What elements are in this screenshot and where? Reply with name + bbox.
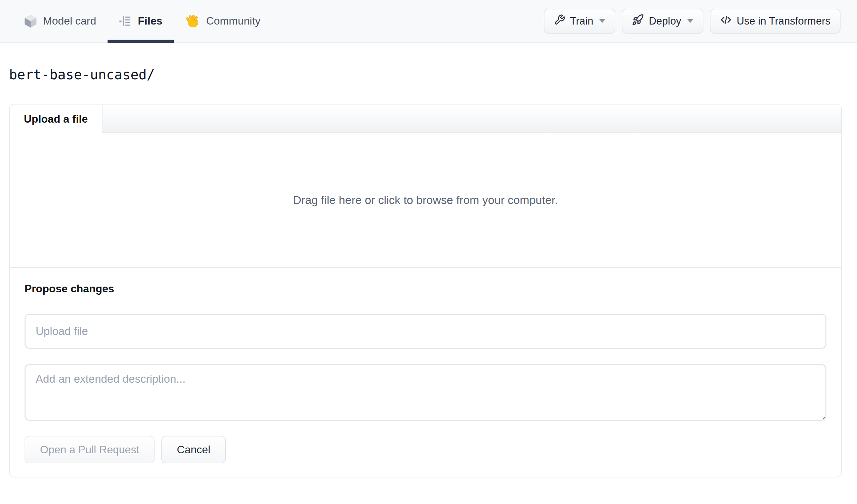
wrench-icon xyxy=(554,14,565,28)
use-in-transformers-button[interactable]: Use in Transformers xyxy=(710,9,841,34)
tab-label: Community xyxy=(206,15,261,27)
repo-action-buttons: Train Deploy xyxy=(544,0,841,42)
propose-changes-heading: Propose changes xyxy=(24,283,826,295)
chevron-down-icon xyxy=(687,19,693,23)
tab-label: Files xyxy=(138,15,162,27)
model-cube-icon xyxy=(24,14,37,28)
file-dropzone[interactable]: Drag file here or click to browse from y… xyxy=(10,133,841,268)
panel-tab-strip: Upload a file xyxy=(10,104,841,133)
repo-tabs: Model card Files xyxy=(13,0,272,42)
code-icon xyxy=(720,14,732,29)
tab-community[interactable]: Community xyxy=(174,0,272,42)
filename-input[interactable] xyxy=(24,314,826,349)
tab-files[interactable]: Files xyxy=(107,0,174,42)
chevron-down-icon xyxy=(599,19,605,23)
dropzone-text: Drag file here or click to browse from y… xyxy=(293,194,558,207)
cancel-button[interactable]: Cancel xyxy=(161,436,226,463)
rocket-icon xyxy=(632,14,644,29)
top-navbar: Model card Files xyxy=(0,0,857,43)
tab-model-card[interactable]: Model card xyxy=(13,0,107,42)
tab-label: Model card xyxy=(43,15,96,27)
open-pull-request-button[interactable]: Open a Pull Request xyxy=(24,436,155,463)
propose-changes-section: Propose changes Open a Pull Request Canc… xyxy=(10,268,841,477)
description-textarea[interactable] xyxy=(24,364,826,421)
train-button[interactable]: Train xyxy=(544,9,615,34)
waving-hand-icon xyxy=(185,14,200,29)
repo-path: bert-base-uncased/ xyxy=(9,67,857,82)
upload-panel: Upload a file Drag file here or click to… xyxy=(9,104,842,477)
files-list-icon xyxy=(119,15,132,28)
tab-upload-a-file[interactable]: Upload a file xyxy=(10,104,102,133)
deploy-button[interactable]: Deploy xyxy=(622,9,703,34)
propose-actions-row: Open a Pull Request Cancel xyxy=(24,436,826,463)
